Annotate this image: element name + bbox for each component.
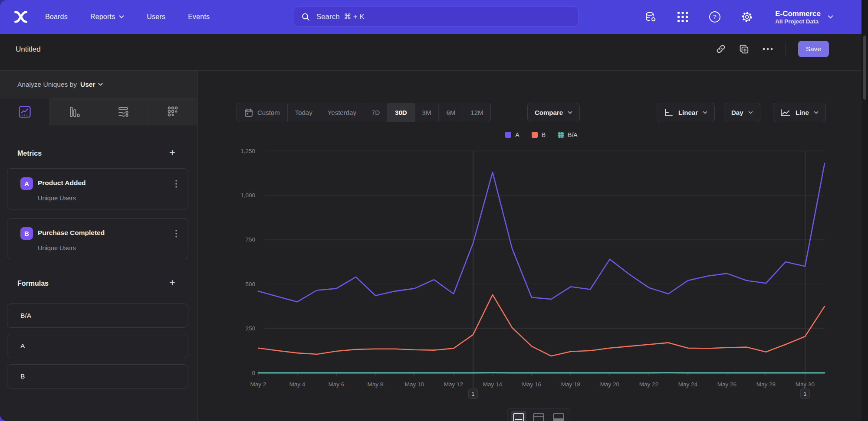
page-background: Boards Reports Users Events [0, 0, 868, 421]
series-line-b [258, 295, 825, 356]
chevron-down-icon [98, 83, 103, 86]
metrics-panel: Metrics + A Product Added Unique Users B… [0, 125, 197, 421]
y-axis-label: 1,000 [240, 192, 255, 199]
y-axis-label: 0 [252, 370, 255, 376]
nav-item-label: Boards [45, 13, 68, 21]
bar-chart-icon [68, 106, 80, 118]
layout-chart-icon[interactable] [511, 411, 526, 421]
metric-aggregation[interactable]: Unique Users [38, 195, 76, 202]
project-scope: All Project Data [775, 18, 821, 25]
top-nav: Boards Reports Users Events [0, 0, 861, 34]
x-axis-label: May 28 [756, 381, 776, 388]
apps-grid-icon[interactable] [676, 10, 689, 23]
formula-expression: B/A [20, 312, 31, 320]
analyze-label: Analyze Uniques by [17, 81, 77, 88]
tab-retention[interactable] [148, 98, 197, 125]
nav-item-label: Reports [90, 13, 115, 21]
retention-grid-icon [167, 106, 179, 118]
save-button[interactable]: Save [798, 41, 829, 57]
x-axis-label: May 10 [405, 381, 424, 388]
flows-icon [117, 105, 130, 118]
nav-item-events[interactable]: Events [188, 13, 210, 21]
x-axis-label: May 22 [639, 381, 658, 388]
nav-right-cluster: ? E-Commerce All Project Data [644, 0, 833, 34]
trend-chart: 02505007501,0001,25011May 2May 4May 6May… [197, 56, 861, 421]
global-search[interactable] [294, 7, 579, 27]
y-axis-label: 750 [245, 236, 255, 243]
formula-card[interactable]: B/A [7, 304, 188, 328]
metric-aggregation[interactable]: Unique Users [38, 245, 76, 251]
metric-menu-icon[interactable] [171, 178, 181, 189]
mixpanel-logo-icon[interactable] [13, 9, 29, 25]
x-axis-label: May 2 [250, 381, 266, 388]
series-line-a [258, 163, 825, 302]
layout-table-icon[interactable] [551, 411, 566, 421]
metric-name: Product Added [38, 179, 86, 187]
x-axis-label: May 16 [522, 381, 541, 388]
analyze-by-dropdown[interactable]: User [80, 81, 103, 88]
project-name: E-Commerce [775, 9, 821, 18]
app-window: Boards Reports Users Events [0, 0, 868, 421]
search-icon [301, 12, 310, 22]
report-title[interactable]: Untitled [16, 45, 41, 54]
add-formula-button[interactable]: + [166, 276, 179, 289]
line-chart-icon [18, 105, 31, 118]
svg-text:?: ? [713, 13, 717, 20]
annotation-badge-label: 1 [804, 391, 807, 397]
layout-chart-table-icon[interactable] [531, 411, 546, 421]
header-divider [786, 42, 786, 55]
help-icon[interactable]: ? [708, 10, 721, 23]
chart-type-tabs [0, 98, 197, 125]
x-axis-label: May 8 [368, 381, 384, 388]
x-axis-label: May 4 [289, 381, 306, 388]
tab-bar-chart[interactable] [49, 98, 99, 125]
formula-expression: A [20, 342, 25, 350]
x-axis-label: May 24 [678, 381, 698, 388]
scrollbar-track[interactable] [861, 0, 868, 421]
formulas-heading: Formulas [17, 280, 49, 287]
metrics-heading: Metrics [17, 150, 42, 157]
data-management-icon[interactable] [644, 10, 657, 23]
metric-menu-icon[interactable] [171, 228, 181, 239]
analyze-row: Analyze Uniques by User [0, 71, 197, 98]
chevron-down-icon [828, 15, 833, 19]
tab-flows[interactable] [99, 98, 148, 125]
y-axis-label: 1,250 [240, 148, 255, 154]
nav-item-reports[interactable]: Reports [90, 13, 124, 21]
nav-item-label: Users [147, 13, 165, 21]
more-options-icon[interactable] [762, 43, 773, 55]
metric-letter-badge: B [20, 227, 33, 240]
x-axis-label: May 30 [796, 381, 815, 388]
nav-item-users[interactable]: Users [147, 13, 165, 21]
annotation-badge-label: 1 [472, 391, 475, 397]
nav-menu: Boards Reports Users Events [45, 0, 210, 34]
project-switcher[interactable]: E-Commerce All Project Data [775, 9, 833, 25]
x-axis-label: May 14 [483, 381, 503, 388]
search-input[interactable] [316, 12, 571, 22]
formula-expression: B [20, 372, 25, 380]
metric-card-b[interactable]: B Purchase Completed Unique Users [7, 218, 188, 259]
x-axis-label: May 12 [444, 381, 463, 388]
x-axis-label: May 26 [717, 381, 736, 388]
copy-link-icon[interactable] [715, 43, 727, 55]
nav-item-label: Events [188, 13, 210, 21]
chevron-down-icon [119, 15, 124, 19]
tab-insights-line[interactable] [0, 98, 49, 125]
metric-name: Purchase Completed [38, 229, 105, 237]
y-axis-label: 500 [245, 281, 255, 287]
analyze-by-value: User [80, 81, 95, 88]
metric-letter-badge: A [20, 177, 33, 190]
y-axis-label: 250 [245, 325, 255, 332]
settings-gear-icon[interactable] [740, 10, 753, 23]
formula-card[interactable]: A [7, 334, 188, 358]
x-axis-label: May 20 [600, 381, 619, 388]
duplicate-icon[interactable] [739, 43, 750, 55]
x-axis-label: May 6 [329, 381, 345, 388]
query-sidebar: Analyze Uniques by User [0, 71, 198, 421]
layout-toggle-toolbar [507, 408, 570, 421]
nav-item-boards[interactable]: Boards [45, 13, 68, 21]
metric-card-a[interactable]: A Product Added Unique Users [7, 168, 188, 209]
formula-card[interactable]: B [7, 364, 188, 388]
scrollbar-thumb[interactable] [863, 36, 866, 100]
add-metric-button[interactable]: + [166, 146, 179, 159]
